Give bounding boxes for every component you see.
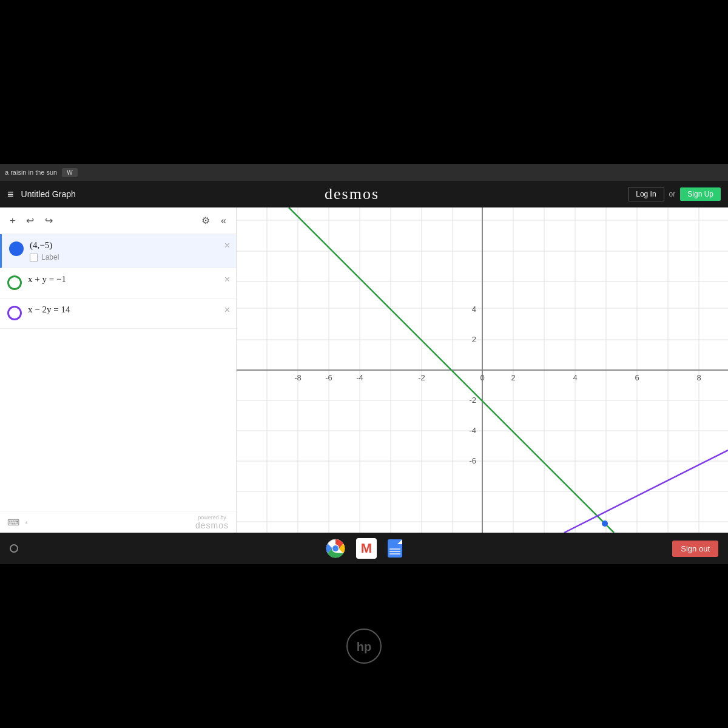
expression-list: (4,−5) Label × x + y = −1 × <box>0 234 236 511</box>
label-checkbox-1[interactable] <box>30 254 38 261</box>
add-expression-button[interactable]: + <box>7 213 18 229</box>
redo-button[interactable]: ↪ <box>42 212 55 229</box>
hp-logo: hp <box>346 628 382 664</box>
svg-text:8: 8 <box>696 373 701 382</box>
expr-close-2[interactable]: × <box>224 274 230 285</box>
svg-text:2: 2 <box>511 373 515 382</box>
graph-area[interactable]: -8 -6 -4 -2 0 2 4 6 8 4 2 -2 -4 -6 <box>237 207 728 533</box>
expr-content-2: x + y = −1 <box>28 274 229 285</box>
expr-content-3: x − 2y = 14 <box>28 305 229 315</box>
svg-point-47 <box>332 545 339 551</box>
expression-toolbar: + ↩ ↪ ⚙ « <box>0 207 236 234</box>
svg-text:-2: -2 <box>469 396 476 405</box>
expr-icon-1 <box>9 241 24 256</box>
settings-button[interactable]: ⚙ <box>199 212 212 229</box>
undo-button[interactable]: ↩ <box>24 212 36 229</box>
svg-text:-6: -6 <box>325 373 332 382</box>
svg-text:6: 6 <box>635 373 639 382</box>
expression-item-2[interactable]: x + y = −1 × <box>0 268 236 298</box>
top-black-area <box>0 0 728 164</box>
collapse-panel-button[interactable]: « <box>218 213 229 229</box>
expand-arrow: ▲ <box>24 520 29 524</box>
browser-tab: a raisin in the sun <box>5 169 57 176</box>
gmail-m-icon: M <box>361 541 372 556</box>
left-panel-footer: ⌨ ▲ powered by desmos <box>0 511 236 533</box>
svg-text:hp: hp <box>357 640 371 653</box>
powered-by: powered by desmos <box>195 514 229 530</box>
svg-text:-2: -2 <box>418 373 425 382</box>
svg-text:0: 0 <box>480 373 484 382</box>
bottom-black-area: hp <box>0 564 728 728</box>
svg-text:4: 4 <box>573 373 577 382</box>
login-button[interactable]: Log In <box>628 187 664 201</box>
signup-button[interactable]: Sign Up <box>680 187 721 201</box>
header-left: ≡ Untitled Graph <box>7 188 76 201</box>
expression-item-3[interactable]: x − 2y = 14 × <box>0 298 236 329</box>
expr-formula-3: x − 2y = 14 <box>28 305 229 315</box>
hamburger-menu-icon[interactable]: ≡ <box>7 188 14 201</box>
header-right: Log In or Sign Up <box>628 187 721 201</box>
expr-close-1[interactable]: × <box>224 240 230 251</box>
taskbar-center: M <box>326 538 402 559</box>
taskbar: M Sign out <box>0 533 728 564</box>
graph-title: Untitled Graph <box>21 189 76 199</box>
svg-text:2: 2 <box>472 335 476 344</box>
docs-lines <box>389 548 400 554</box>
footer-desmos-text: desmos <box>195 521 229 530</box>
taskbar-circle <box>10 544 18 553</box>
docs-fold <box>397 539 402 544</box>
expr-label-row-1: Label <box>30 253 229 261</box>
svg-text:-6: -6 <box>469 456 476 465</box>
expr-icon-2 <box>7 275 22 290</box>
svg-text:-4: -4 <box>469 426 476 435</box>
taskbar-left <box>10 544 18 553</box>
expr-icon-3 <box>7 306 22 320</box>
expression-item-1[interactable]: (4,−5) Label × <box>0 234 236 268</box>
docs-taskbar-icon[interactable] <box>388 539 402 558</box>
browser-bar: a raisin in the sun W <box>0 164 728 181</box>
browser-tab-w: W <box>62 168 77 177</box>
desmos-main: + ↩ ↪ ⚙ « (4,−5) Label <box>0 207 728 533</box>
expr-content-1: (4,−5) Label <box>30 240 229 261</box>
desmos-header: ≡ Untitled Graph desmos Log In or Sign U… <box>0 181 728 207</box>
taskbar-right: Sign out <box>672 541 718 557</box>
desmos-app: ≡ Untitled Graph desmos Log In or Sign U… <box>0 181 728 533</box>
svg-text:4: 4 <box>472 305 476 314</box>
expr-formula-2: x + y = −1 <box>28 274 229 285</box>
point-4-neg5 <box>602 521 608 527</box>
graph-svg: -8 -6 -4 -2 0 2 4 6 8 4 2 -2 -4 -6 <box>237 207 728 533</box>
sign-out-button[interactable]: Sign out <box>672 541 718 557</box>
expr-close-3[interactable]: × <box>224 305 230 315</box>
expr-formula-1: (4,−5) <box>30 240 229 251</box>
gmail-taskbar-icon[interactable]: M <box>356 538 377 559</box>
chrome-taskbar-icon[interactable] <box>326 539 345 558</box>
svg-text:-8: -8 <box>294 373 302 382</box>
desmos-logo: desmos <box>325 185 379 203</box>
left-panel: + ↩ ↪ ⚙ « (4,−5) Label <box>0 207 237 533</box>
keyboard-icon[interactable]: ⌨ <box>7 517 19 527</box>
or-text: or <box>669 190 676 198</box>
svg-text:-4: -4 <box>356 373 363 382</box>
label-text-1: Label <box>41 253 59 261</box>
